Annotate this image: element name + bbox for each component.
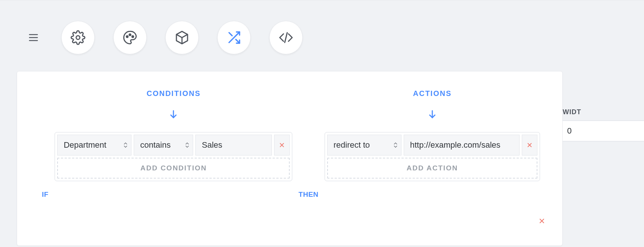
actions-column: ACTIONS redirect to [325,89,540,246]
editor-toolbar [26,21,303,54]
if-keyword-col: IF [39,89,55,246]
stepper-icon [185,142,189,148]
actions-box: redirect to ADD ACTION [325,132,540,181]
then-label: THEN [299,190,319,199]
model-button[interactable] [165,21,199,54]
conditions-header: CONDITIONS [147,89,201,98]
condition-value-input[interactable] [195,135,272,155]
actions-header: ACTIONS [413,89,452,98]
action-value-input[interactable] [404,135,520,155]
add-action-label: ADD ACTION [407,164,458,172]
theme-button[interactable] [113,21,147,54]
rule-panel: IF CONDITIONS Department contains [17,71,563,246]
stepper-icon [394,142,397,148]
close-icon [279,142,285,148]
palette-icon [123,30,137,45]
toolbar-buttons [61,21,303,54]
svg-point-6 [132,36,133,37]
svg-point-3 [76,36,80,39]
svg-line-10 [285,33,287,43]
condition-row: Department contains [57,135,290,155]
action-row: redirect to [327,135,537,155]
condition-field-value: Department [64,140,106,150]
condition-operator-select[interactable]: contains [134,135,193,155]
shuffle-icon [227,30,241,45]
conditions-box: Department contains [55,132,292,181]
menu-button[interactable] [26,30,41,45]
svg-point-4 [126,36,128,37]
code-icon [279,30,293,45]
logic-button[interactable] [217,21,251,54]
condition-operator-value: contains [140,140,170,150]
then-keyword-col: THEN [292,89,325,246]
remove-rule-button[interactable] [538,217,546,226]
add-condition-button[interactable]: ADD CONDITION [57,158,290,179]
stepper-icon [124,142,127,148]
condition-value-field[interactable] [202,140,266,150]
properties-panel-fragment: WIDT 0 [563,108,644,141]
action-type-select[interactable]: redirect to [327,135,401,155]
width-label: WIDT [563,108,644,118]
gear-icon [71,30,85,45]
arrow-down-icon [168,108,179,122]
remove-action-button[interactable] [522,135,537,155]
if-label: IF [42,190,49,199]
arrow-down-icon [427,108,438,122]
add-condition-label: ADD CONDITION [140,164,207,172]
width-input[interactable]: 0 [563,121,644,141]
width-value: 0 [567,126,572,136]
settings-button[interactable] [61,21,95,54]
code-button[interactable] [269,21,303,54]
svg-line-9 [229,33,232,36]
cube-icon [175,30,189,45]
menu-icon [27,32,39,44]
remove-condition-button[interactable] [274,135,290,155]
condition-field-select[interactable]: Department [57,135,131,155]
close-icon [526,142,533,148]
svg-point-5 [129,34,131,35]
conditions-column: CONDITIONS Department contains [55,89,292,246]
action-value-field[interactable] [410,140,513,150]
add-action-button[interactable]: ADD ACTION [327,158,537,179]
close-icon [538,217,546,225]
action-type-value: redirect to [334,140,370,150]
